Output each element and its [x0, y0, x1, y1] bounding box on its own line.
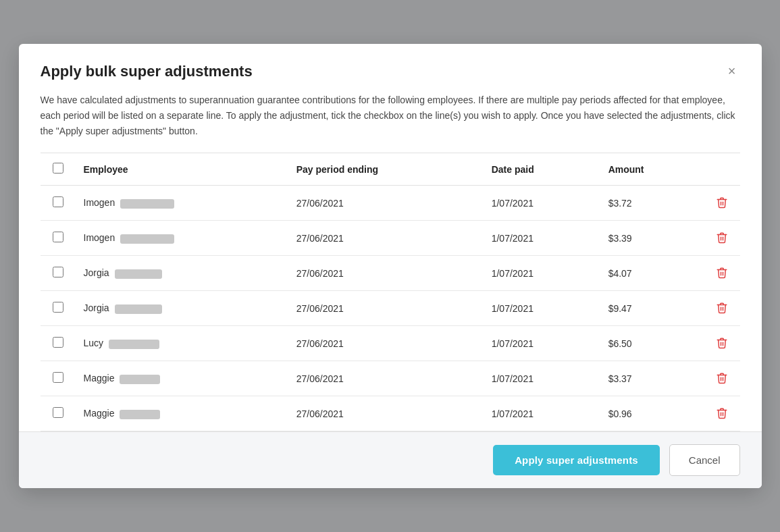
- delete-row-button[interactable]: [712, 195, 732, 210]
- modal-body: We have calculated adjustments to supera…: [19, 80, 762, 431]
- pay-period-cell: 27/06/2021: [288, 186, 484, 221]
- col-header-amount: Amount: [600, 153, 704, 186]
- amount-cell: $3.37: [600, 361, 704, 396]
- delete-cell: [704, 326, 740, 361]
- pay-period-cell: 27/06/2021: [288, 221, 484, 256]
- table-row: Maggie 27/06/20211/07/2021$0.96: [41, 396, 740, 431]
- row-checkbox[interactable]: [53, 302, 63, 313]
- trash-icon: [716, 372, 728, 384]
- delete-cell: [704, 186, 740, 221]
- row-checkbox-cell: [41, 326, 76, 361]
- table-header-row: Employee Pay period ending Date paid Amo…: [41, 153, 740, 186]
- pay-period-cell: 27/06/2021: [288, 396, 484, 431]
- trash-icon: [716, 407, 728, 419]
- row-checkbox[interactable]: [53, 232, 63, 242]
- pay-period-cell: 27/06/2021: [288, 326, 484, 361]
- modal-overlay: Apply bulk super adjustments × We have c…: [0, 0, 780, 532]
- table-row: Jorgia 27/06/20211/07/2021$4.07: [41, 256, 740, 291]
- employee-cell: Imogen: [76, 221, 288, 256]
- col-header-checkbox: [41, 153, 76, 186]
- table-row: Imogen 27/06/20211/07/2021$3.39: [41, 221, 740, 256]
- amount-cell: $3.72: [600, 186, 704, 221]
- date-paid-cell: 1/07/2021: [484, 221, 600, 256]
- trash-icon: [716, 267, 728, 279]
- col-header-delete: [704, 153, 740, 186]
- trash-icon: [716, 337, 728, 349]
- employee-cell: Jorgia: [76, 256, 288, 291]
- modal-description: We have calculated adjustments to supera…: [41, 92, 740, 139]
- trash-icon: [716, 196, 728, 209]
- row-checkbox[interactable]: [53, 372, 63, 383]
- employee-name-redacted: [120, 375, 160, 384]
- trash-icon: [716, 232, 728, 244]
- row-checkbox[interactable]: [53, 196, 63, 207]
- employee-cell: Maggie: [76, 361, 288, 396]
- delete-cell: [704, 396, 740, 431]
- delete-cell: [704, 221, 740, 256]
- modal-header: Apply bulk super adjustments ×: [19, 44, 762, 80]
- date-paid-cell: 1/07/2021: [484, 256, 600, 291]
- table-row: Jorgia 27/06/20211/07/2021$9.47: [41, 291, 740, 326]
- amount-cell: $9.47: [600, 291, 704, 326]
- trash-icon: [716, 302, 728, 314]
- employee-name-redacted: [115, 269, 162, 279]
- row-checkbox[interactable]: [53, 337, 63, 348]
- employee-name-redacted: [120, 199, 174, 209]
- employee-name-redacted: [115, 304, 162, 314]
- row-checkbox-cell: [41, 396, 76, 431]
- pay-period-cell: 27/06/2021: [288, 361, 484, 396]
- employee-name-redacted: [109, 340, 159, 349]
- delete-row-button[interactable]: [712, 336, 732, 350]
- employee-cell: Maggie: [76, 396, 288, 431]
- delete-cell: [704, 361, 740, 396]
- employee-cell: Jorgia: [76, 291, 288, 326]
- delete-row-button[interactable]: [712, 406, 732, 421]
- delete-row-button[interactable]: [712, 300, 732, 315]
- delete-row-button[interactable]: [712, 265, 732, 280]
- col-header-employee: Employee: [76, 153, 288, 186]
- date-paid-cell: 1/07/2021: [484, 326, 600, 361]
- modal-title: Apply bulk super adjustments: [41, 63, 253, 80]
- employee-cell: Imogen: [76, 186, 288, 221]
- apply-button[interactable]: Apply super adjustments: [493, 445, 660, 475]
- select-all-checkbox[interactable]: [53, 163, 63, 174]
- delete-row-button[interactable]: [712, 371, 732, 385]
- col-header-pay-period: Pay period ending: [288, 153, 484, 186]
- modal-footer: Apply super adjustments Cancel: [19, 431, 762, 488]
- amount-cell: $3.39: [600, 221, 704, 256]
- table-scroll-area[interactable]: Employee Pay period ending Date paid Amo…: [41, 153, 740, 431]
- pay-period-cell: 27/06/2021: [288, 256, 484, 291]
- date-paid-cell: 1/07/2021: [484, 186, 600, 221]
- employee-name-redacted: [120, 234, 174, 244]
- row-checkbox-cell: [41, 361, 76, 396]
- amount-cell: $0.96: [600, 396, 704, 431]
- table-row: Lucy 27/06/20211/07/2021$6.50: [41, 326, 740, 361]
- col-header-date-paid: Date paid: [484, 153, 600, 186]
- employee-cell: Lucy: [76, 326, 288, 361]
- row-checkbox-cell: [41, 291, 76, 326]
- modal-dialog: Apply bulk super adjustments × We have c…: [19, 44, 762, 488]
- table-row: Imogen 27/06/20211/07/2021$3.72: [41, 186, 740, 221]
- delete-cell: [704, 291, 740, 326]
- row-checkbox-cell: [41, 256, 76, 291]
- table-row: Maggie 27/06/20211/07/2021$3.37: [41, 361, 740, 396]
- date-paid-cell: 1/07/2021: [484, 291, 600, 326]
- delete-cell: [704, 256, 740, 291]
- table-body: Imogen 27/06/20211/07/2021$3.72 Imogen 2…: [41, 186, 740, 431]
- row-checkbox[interactable]: [53, 267, 63, 277]
- pay-period-cell: 27/06/2021: [288, 291, 484, 326]
- adjustments-table: Employee Pay period ending Date paid Amo…: [41, 153, 740, 431]
- row-checkbox[interactable]: [53, 407, 63, 418]
- date-paid-cell: 1/07/2021: [484, 396, 600, 431]
- amount-cell: $6.50: [600, 326, 704, 361]
- row-checkbox-cell: [41, 186, 76, 221]
- delete-row-button[interactable]: [712, 230, 732, 245]
- date-paid-cell: 1/07/2021: [484, 361, 600, 396]
- amount-cell: $4.07: [600, 256, 704, 291]
- employee-name-redacted: [120, 410, 160, 419]
- close-button[interactable]: ×: [724, 63, 740, 79]
- cancel-button[interactable]: Cancel: [669, 444, 740, 476]
- row-checkbox-cell: [41, 221, 76, 256]
